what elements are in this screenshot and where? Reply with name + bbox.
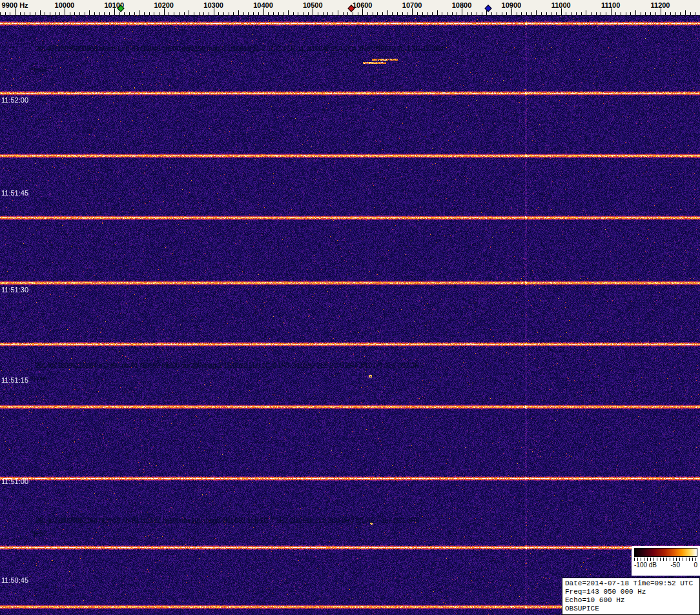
ruler-tick (338, 10, 338, 15)
ruler-tick (685, 10, 686, 15)
ruler-tick (203, 12, 204, 15)
ruler-tick (159, 12, 160, 15)
ruler-tick (566, 12, 566, 15)
ruler-tick (402, 12, 403, 15)
ruler-tick (437, 10, 438, 15)
ruler-tick (571, 12, 571, 15)
ruler-tick (477, 12, 477, 15)
ruler-tick (536, 10, 537, 15)
freq-label: 10900 (502, 1, 522, 9)
ruler-tick (154, 12, 154, 15)
ruler-tick (482, 12, 482, 15)
ruler-tick (621, 12, 621, 15)
freq-label: 10600 (353, 1, 373, 9)
ruler-tick (417, 12, 418, 15)
ruler-tick (367, 12, 368, 15)
ruler-tick (243, 12, 244, 15)
spectrogram-waterfall[interactable] (0, 15, 700, 615)
freq-label: 10500 (303, 1, 323, 9)
ruler-tick (214, 8, 214, 15)
colorbar-gradient (634, 548, 697, 557)
ruler-tick (50, 12, 50, 15)
ruler-tick (551, 12, 551, 15)
ruler-tick (457, 12, 457, 15)
ruler-tick (119, 12, 120, 15)
info-line-frequency: Freq=143 050 000 Hz (565, 588, 697, 596)
ruler-tick (358, 12, 358, 15)
ruler-tick (427, 12, 427, 15)
ruler-tick (313, 8, 313, 15)
ruler-tick (233, 12, 234, 15)
ruler-tick (347, 12, 348, 15)
ruler-tick (343, 12, 344, 15)
ruler-tick (134, 12, 135, 15)
ruler-tick (184, 12, 185, 15)
ruler-tick (626, 12, 626, 15)
ruler-tick (462, 8, 462, 15)
freq-label: 10400 (253, 1, 273, 9)
ruler-tick (591, 12, 592, 15)
ruler-tick (179, 12, 180, 15)
ruler-tick (502, 12, 502, 15)
ruler-tick (308, 12, 309, 15)
ruler-tick (333, 12, 333, 15)
ruler-tick (45, 12, 45, 15)
ruler-tick (323, 12, 324, 15)
ruler-tick (432, 12, 433, 15)
ruler-tick (442, 12, 442, 15)
ruler-tick (576, 12, 577, 15)
ruler-tick (149, 12, 150, 15)
ruler-tick (0, 12, 1, 15)
ruler-tick (491, 12, 492, 15)
ruler-tick (10, 12, 10, 15)
ruler-tick (541, 12, 542, 15)
ruler-tick (218, 12, 219, 15)
ruler-tick (407, 12, 407, 15)
ruler-tick (189, 10, 189, 15)
colorbar-labels: -100 dB -50 0 (634, 561, 697, 569)
ruler-tick (253, 12, 254, 15)
ruler-tick (40, 10, 41, 15)
ruler-tick (675, 12, 676, 15)
ruler-tick (615, 12, 616, 15)
colorbar-panel: -100 dB -50 0 (632, 546, 700, 576)
ruler-tick (521, 12, 522, 15)
ruler-tick (506, 12, 507, 15)
ruler-tick (422, 12, 423, 15)
freq-label: 10800 (452, 1, 472, 9)
freq-label: 11200 (651, 1, 670, 9)
ruler-tick (353, 12, 353, 15)
ruler-tick (65, 8, 65, 15)
ruler-tick (298, 12, 298, 15)
ruler-tick (517, 12, 517, 15)
colorbar-label-min: -100 dB (634, 561, 657, 569)
ruler-tick (471, 12, 472, 15)
ruler-tick (452, 12, 453, 15)
ruler-tick (601, 12, 601, 15)
info-line-station: OBSUPICE (565, 605, 697, 613)
ruler-tick (581, 12, 582, 15)
ruler-tick (680, 12, 681, 15)
ruler-tick (303, 12, 304, 15)
ruler-tick (238, 10, 239, 15)
freq-label: 11100 (601, 1, 620, 9)
ruler-tick (20, 12, 21, 15)
info-line-echo: Echo=10 600 Hz (565, 596, 697, 605)
ruler-tick (397, 12, 398, 15)
ruler-tick (546, 12, 547, 15)
info-line-datetime: Date=2014-07-18 Time=09:52 UTC (565, 580, 697, 588)
ruler-tick (526, 12, 527, 15)
ruler-tick (209, 12, 209, 15)
marker-blue-diamond-icon[interactable] (484, 5, 491, 12)
freq-label: 10000 (55, 1, 75, 9)
ruler-tick (327, 12, 328, 15)
ruler-tick (164, 8, 165, 15)
colorbar-label-mid: -50 (671, 561, 680, 569)
ruler-tick (650, 12, 651, 15)
ruler-tick (606, 12, 606, 15)
ruler-tick (263, 8, 264, 15)
ruler-tick (635, 10, 636, 15)
ruler-tick (611, 8, 612, 15)
freq-label: 10700 (402, 1, 422, 9)
ruler-tick (25, 12, 25, 15)
